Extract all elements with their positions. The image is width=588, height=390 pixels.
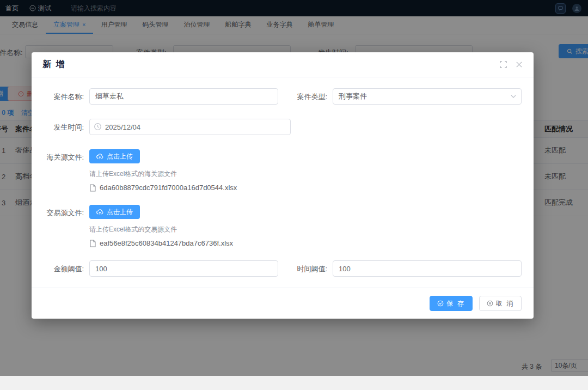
trade-file-label: 交易源文件: [45, 205, 89, 218]
case-type-label: 案件类型: [288, 92, 333, 102]
fullscreen-icon[interactable] [500, 61, 507, 68]
new-case-dialog: 新 增 案件名称: 案件类型: [32, 52, 534, 319]
case-type-select[interactable]: 刑事案件 [333, 88, 522, 105]
dialog-form: 案件名称: 案件类型: 刑事案件 发生时间: [32, 77, 534, 288]
dialog-title: 新 增 [42, 59, 65, 70]
cancel-button-label: 取 消 [496, 299, 514, 308]
circle-check-icon [437, 300, 444, 307]
customs-upload-button[interactable]: 点击上传 [89, 149, 140, 163]
trade-upload-hint: 请上传Excel格式的交易源文件 [89, 225, 177, 234]
document-icon [89, 184, 96, 192]
case-name-label: 案件名称: [45, 92, 89, 102]
trade-file-name: eaf56e8f25c60834b41247bda7c6736f.xlsx [100, 239, 233, 247]
close-icon[interactable] [516, 61, 523, 68]
cloud-upload-icon [96, 153, 103, 160]
upload-button-label: 点击上传 [107, 152, 133, 161]
chevron-down-icon [510, 93, 517, 100]
occur-time-input[interactable] [89, 119, 291, 135]
trade-file-item[interactable]: eaf56e8f25c60834b41247bda7c6736f.xlsx [89, 239, 233, 247]
time-threshold-label: 时间阈值: [288, 264, 333, 274]
dialog-header: 新 增 [32, 52, 534, 77]
save-button-label: 保 存 [446, 299, 464, 308]
app-window: 首页 测试 交易信息 立案管理 × 用户管理 码头管理 泊位管理 船舶字典 业务… [0, 0, 588, 376]
cancel-button[interactable]: 取 消 [479, 296, 522, 311]
occur-time-label: 发生时间: [45, 122, 89, 132]
time-threshold-input[interactable] [333, 260, 522, 277]
case-name-input[interactable] [89, 88, 278, 105]
customs-file-label: 海关源文件: [45, 149, 89, 162]
case-type-value: 刑事案件 [339, 92, 367, 101]
amount-threshold-label: 金额阈值: [45, 264, 89, 274]
circle-close-icon [487, 300, 493, 307]
dialog-footer: 保 存 取 消 [32, 288, 534, 319]
customs-upload-hint: 请上传Excel格式的海关源文件 [89, 169, 177, 179]
document-icon [89, 240, 96, 247]
amount-threshold-input[interactable] [89, 260, 278, 277]
cloud-upload-icon [96, 209, 103, 216]
save-button[interactable]: 保 存 [430, 296, 472, 311]
customs-file-name: 6da60b8879cdc791fd7000a16d7d0544.xlsx [100, 184, 237, 192]
trade-upload-button[interactable]: 点击上传 [89, 205, 140, 219]
bottom-strip [0, 376, 588, 390]
upload-button-label: 点击上传 [107, 208, 133, 217]
customs-file-item[interactable]: 6da60b8879cdc791fd7000a16d7d0544.xlsx [89, 184, 237, 192]
clock-icon [94, 123, 102, 131]
